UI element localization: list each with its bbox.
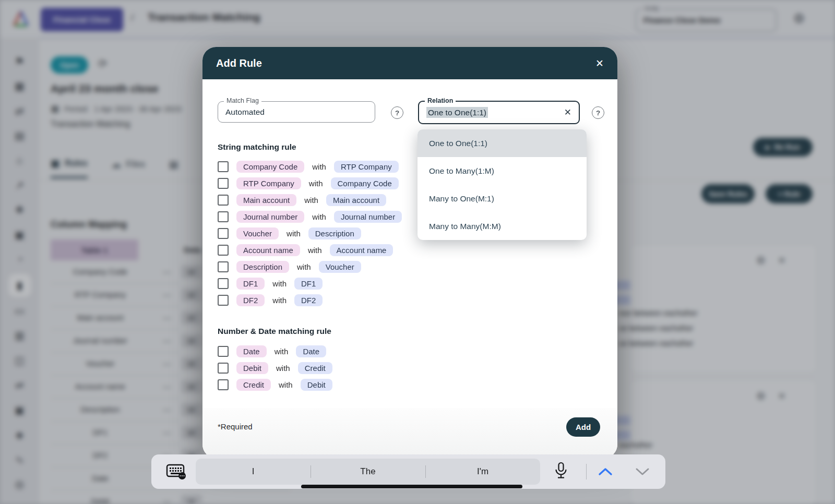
rule-checkbox[interactable]: [218, 245, 229, 256]
rule-left-pill: Company Code: [236, 161, 304, 173]
rule-right-pill: Description: [308, 227, 361, 239]
dropdown-option[interactable]: Many to One(M:1): [418, 185, 587, 212]
rule-checkbox[interactable]: [218, 211, 229, 222]
rule-left-pill: Account name: [236, 244, 300, 256]
matching-rule-row: DF1 with DF1: [218, 275, 402, 292]
with-label: with: [297, 262, 311, 271]
rule-checkbox[interactable]: [218, 261, 229, 272]
add-rule-modal: Add Rule ✕ Match Flag Automated ? Relati…: [202, 47, 617, 458]
home-indicator[interactable]: [301, 485, 522, 488]
rule-left-pill: DF1: [236, 278, 265, 290]
keyboard-accessory-bar: ITheI'm: [151, 454, 665, 489]
rule-checkbox[interactable]: [218, 295, 229, 306]
with-label: with: [272, 279, 287, 288]
with-label: with: [275, 347, 289, 356]
rule-left-pill: Credit: [236, 379, 271, 391]
rule-checkbox[interactable]: [218, 161, 229, 172]
required-note: *Required: [218, 422, 253, 431]
matching-rule-row: Journal number with Journal number: [218, 208, 402, 225]
chevron-down-icon[interactable]: [635, 467, 650, 478]
rule-right-pill: Date: [296, 345, 326, 357]
matching-rule-row: Voucher with Description: [218, 225, 402, 242]
microphone-icon[interactable]: [554, 461, 568, 483]
rule-right-pill: DF1: [294, 278, 323, 290]
chevron-up-icon[interactable]: [598, 467, 613, 478]
rule-checkbox[interactable]: [218, 278, 229, 289]
matching-rule-row: Description with Voucher: [218, 258, 402, 275]
string-section-title: String matching rule: [218, 142, 296, 152]
number-date-section-title: Number & Date matching rule: [218, 327, 331, 336]
rule-left-pill: Description: [236, 261, 289, 273]
rule-checkbox[interactable]: [218, 346, 229, 357]
with-label: with: [279, 380, 293, 389]
rule-left-pill: Debit: [236, 362, 268, 374]
with-label: with: [276, 364, 290, 373]
rule-left-pill: RTP Company: [236, 177, 301, 189]
rule-right-pill: Voucher: [319, 261, 361, 273]
rule-left-pill: Date: [236, 345, 267, 357]
suggestion-strip: ITheI'm: [196, 459, 540, 485]
help-icon[interactable]: ?: [592, 106, 604, 119]
string-rules-list: Company Code with RTP Company RTP Compan…: [218, 158, 402, 308]
add-button[interactable]: Add: [566, 417, 600, 437]
rule-right-pill: Credit: [298, 362, 332, 374]
rule-right-pill: Journal number: [334, 211, 402, 223]
with-label: with: [308, 246, 322, 255]
rule-checkbox[interactable]: [218, 379, 229, 390]
with-label: with: [309, 179, 323, 188]
rule-left-pill: DF2: [236, 294, 265, 306]
modal-header: Add Rule ✕: [202, 47, 617, 79]
matching-rule-row: Debit with Credit: [218, 359, 332, 376]
matching-rule-row: Company Code with RTP Company: [218, 158, 402, 175]
matching-rule-row: Date with Date: [218, 343, 332, 359]
rule-checkbox[interactable]: [218, 363, 229, 374]
rule-right-pill: RTP Company: [334, 161, 399, 173]
rule-right-pill: DF2: [294, 294, 323, 306]
rule-checkbox[interactable]: [218, 228, 229, 239]
with-label: with: [312, 212, 326, 221]
dropdown-option[interactable]: Many to Many(M:M): [418, 212, 587, 240]
with-label: with: [287, 229, 301, 238]
relation-value: One to One(1:1): [426, 107, 488, 118]
matching-rule-row: RTP Company with Company Code: [218, 175, 402, 191]
rule-left-pill: Voucher: [236, 227, 279, 239]
rule-left-pill: Main account: [236, 194, 296, 206]
rule-checkbox[interactable]: [218, 178, 229, 189]
matching-rule-row: DF2 with DF2: [218, 292, 402, 308]
rule-right-pill: Company Code: [331, 177, 399, 189]
toolbar-divider: [586, 464, 587, 479]
number-date-rules-list: Date with Date Debit with Credit Credit …: [218, 343, 332, 393]
rule-left-pill: Journal number: [236, 211, 304, 223]
with-label: with: [272, 296, 287, 305]
rule-right-pill: Debit: [301, 379, 332, 391]
match-flag-field[interactable]: Match Flag Automated: [218, 101, 375, 123]
matching-rule-row: Credit with Debit: [218, 376, 332, 393]
suggestion[interactable]: I: [196, 459, 311, 485]
dropdown-option[interactable]: One to Many(1:M): [418, 157, 587, 185]
clear-icon[interactable]: ✕: [564, 102, 571, 123]
modal-title: Add Rule: [216, 57, 262, 69]
match-flag-value: Automated: [225, 102, 367, 122]
suggestion[interactable]: I'm: [425, 459, 540, 485]
with-label: with: [312, 162, 326, 171]
rule-right-pill: Main account: [326, 194, 386, 206]
suggestion[interactable]: The: [311, 459, 425, 485]
with-label: with: [304, 196, 318, 205]
rule-checkbox[interactable]: [218, 195, 229, 206]
matching-rule-row: Account name with Account name: [218, 242, 402, 258]
dropdown-option[interactable]: One to One(1:1): [418, 129, 587, 157]
relation-field[interactable]: Relation One to One(1:1) ✕: [418, 101, 580, 124]
matching-rule-row: Main account with Main account: [218, 191, 402, 208]
help-icon[interactable]: ?: [391, 106, 403, 119]
modal-footer: *Required Add: [202, 408, 617, 458]
relation-dropdown: One to One(1:1) One to Many(1:M) Many to…: [418, 129, 587, 240]
close-icon[interactable]: ✕: [595, 57, 604, 69]
keyboard-icon[interactable]: [166, 463, 187, 482]
rule-right-pill: Account name: [330, 244, 393, 256]
